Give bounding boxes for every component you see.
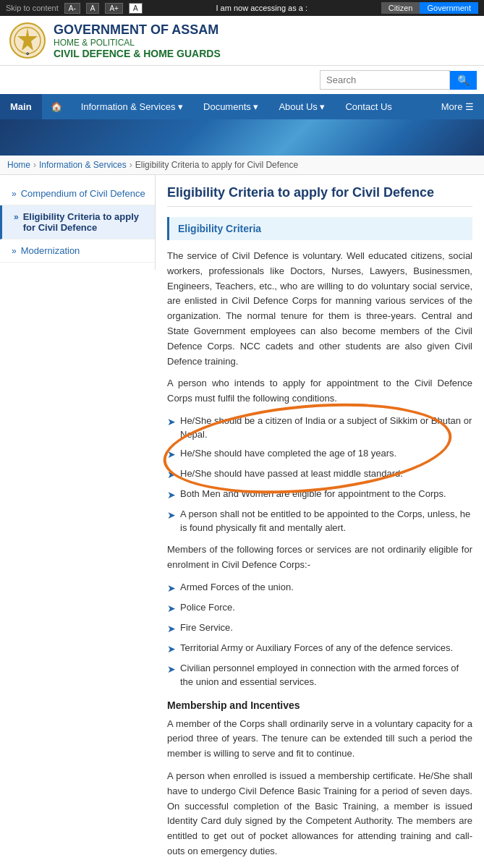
nav-item-information-services[interactable]: Information & Services ▾ <box>71 94 193 119</box>
page-title: Eligibility Criteria to apply for Civil … <box>167 185 472 207</box>
condition-1: He/She should be a citizen of India or a… <box>180 414 472 442</box>
main-nav: Main 🏠 Information & Services ▾ Document… <box>0 94 484 119</box>
breadcrumb-information-services[interactable]: Information & Services <box>39 160 127 170</box>
font-size-a-plus[interactable]: A+ <box>105 3 123 14</box>
sidebar-arrow-2: » <box>14 212 19 222</box>
sidebar-item-compendium-label: Compendium of Civil Defence <box>21 188 145 199</box>
nav-more-button[interactable]: More ☰ <box>431 94 484 119</box>
list-item: ➤ A person shall not be entitled to be a… <box>167 507 472 535</box>
sidebar-arrow-1: » <box>12 189 17 199</box>
ineligible-2: Police Force. <box>180 600 235 615</box>
list-item: ➤ He/She should have completed the age o… <box>167 446 472 462</box>
header-sub2: CIVIL DEFENCE & HOME GUARDS <box>54 48 221 59</box>
citizen-mode-button[interactable]: Citizen <box>381 2 420 14</box>
bullet-icon-9: ➤ <box>167 642 176 657</box>
sidebar-item-modernization-label: Modernization <box>21 245 80 256</box>
bullet-icon-10: ➤ <box>167 662 176 677</box>
condition-2: He/She should have completed the age of … <box>180 446 396 461</box>
nav-item-home[interactable]: 🏠 <box>42 94 71 119</box>
list-item: ➤ Police Force. <box>167 600 472 616</box>
access-bar-left: Skip to content A- A A+ A <box>6 3 143 14</box>
ineligible-3: Fire Service. <box>180 621 233 635</box>
list-item: ➤ Fire Service. <box>167 621 472 637</box>
list-item: ➤ Civilian personnel employed in connect… <box>167 661 472 689</box>
bullet-icon-3: ➤ <box>167 467 176 482</box>
nav-item-documents[interactable]: Documents ▾ <box>193 94 268 119</box>
breadcrumb: Home › Information & Services › Eligibil… <box>0 156 484 175</box>
search-bar: 🔍 <box>0 66 484 94</box>
ineligible-4: Territorial Army or Auxiliary Forces of … <box>180 641 453 655</box>
ineligible-list: ➤ Armed Forces of the union. ➤ Police Fo… <box>167 580 472 689</box>
sidebar-item-eligibility-label: Eligibility Criteria to apply for Civil … <box>23 211 148 233</box>
font-size-a-active[interactable]: A <box>129 3 143 14</box>
bullet-icon-7: ➤ <box>167 601 176 616</box>
access-mode-buttons: Citizen Government <box>381 2 478 14</box>
sidebar: » Compendium of Civil Defence » Eligibil… <box>0 175 156 270</box>
membership-title: Membership and Incentives <box>167 699 472 711</box>
logo-emblem: ✿ <box>9 22 46 59</box>
search-button[interactable]: 🔍 <box>450 71 477 90</box>
breadcrumb-current: Eligibility Criteria to apply for Civil … <box>135 160 298 170</box>
header-sub1: HOME & POLITICAL <box>54 38 221 48</box>
nav-item-contact-us[interactable]: Contact Us <box>335 94 402 119</box>
access-bar: Skip to content A- A A+ A I am now acces… <box>0 0 484 16</box>
ineligible-1: Armed Forces of the union. <box>180 580 294 595</box>
sidebar-item-compendium[interactable]: » Compendium of Civil Defence <box>0 182 155 205</box>
page-banner <box>0 119 484 156</box>
skip-to-content-link[interactable]: Skip to content <box>6 4 59 12</box>
government-mode-button[interactable]: Government <box>420 2 478 14</box>
bullet-icon-1: ➤ <box>167 414 176 430</box>
list-item: ➤ He/She should have passed at least mid… <box>167 467 472 482</box>
sidebar-item-eligibility[interactable]: » Eligibility Criteria to apply for Civi… <box>0 205 155 239</box>
header-title: GOVERNMENT OF ASSAM <box>54 22 221 38</box>
breadcrumb-sep-1: › <box>33 160 36 170</box>
list-item: ➤ Armed Forces of the union. <box>167 580 472 596</box>
intro-paragraph-2: A person who intends to apply for appoin… <box>167 376 472 407</box>
condition-5: A person shall not be entitled to be app… <box>180 507 472 535</box>
search-input[interactable] <box>320 70 450 90</box>
nav-item-main[interactable]: Main <box>0 94 42 119</box>
header-text-group: GOVERNMENT OF ASSAM HOME & POLITICAL CIV… <box>54 22 221 59</box>
sidebar-item-modernization[interactable]: » Modernization <box>0 239 155 263</box>
ineligible-intro: Members of the following forces or servi… <box>167 542 472 573</box>
bullet-icon-8: ➤ <box>167 621 176 637</box>
membership-para-1: A member of the Corps shall ordinarily s… <box>167 717 472 762</box>
intro-paragraph-1: The service of Civil Defence is voluntar… <box>167 249 472 369</box>
condition-4: Both Men and Women are eligible for appo… <box>180 487 446 501</box>
sidebar-arrow-3: » <box>12 246 17 256</box>
bullet-icon-4: ➤ <box>167 488 176 503</box>
conditions-list: ➤ He/She should be a citizen of India or… <box>167 414 472 535</box>
main-content: Eligibility Criteria to apply for Civil … <box>156 175 484 868</box>
accessing-label: I am now accessing as a : <box>216 4 307 12</box>
bullet-icon-2: ➤ <box>167 447 176 462</box>
list-item: ➤ He/She should be a citizen of India or… <box>167 414 472 442</box>
membership-para-2: A person when enrolled is issued a membe… <box>167 769 472 859</box>
site-header: ✿ GOVERNMENT OF ASSAM HOME & POLITICAL C… <box>0 16 484 66</box>
list-item: ➤ Territorial Army or Auxiliary Forces o… <box>167 641 472 657</box>
bullet-icon-5: ➤ <box>167 508 176 523</box>
list-item: ➤ Both Men and Women are eligible for ap… <box>167 487 472 503</box>
eligibility-section-title: Eligibility Criteria <box>178 223 261 234</box>
ineligible-5: Civilian personnel employed in connectio… <box>180 661 472 689</box>
nav-item-about-us[interactable]: About Us ▾ <box>268 94 335 119</box>
main-layout: » Compendium of Civil Defence » Eligibil… <box>0 175 484 868</box>
font-size-a-minus[interactable]: A- <box>64 3 80 14</box>
eligibility-section-box: Eligibility Criteria <box>167 217 472 240</box>
bullet-icon-6: ➤ <box>167 581 176 596</box>
breadcrumb-home[interactable]: Home <box>7 160 30 170</box>
condition-3: He/She should have passed at least middl… <box>180 467 403 481</box>
font-size-a[interactable]: A <box>86 3 100 14</box>
breadcrumb-sep-2: › <box>130 160 132 170</box>
